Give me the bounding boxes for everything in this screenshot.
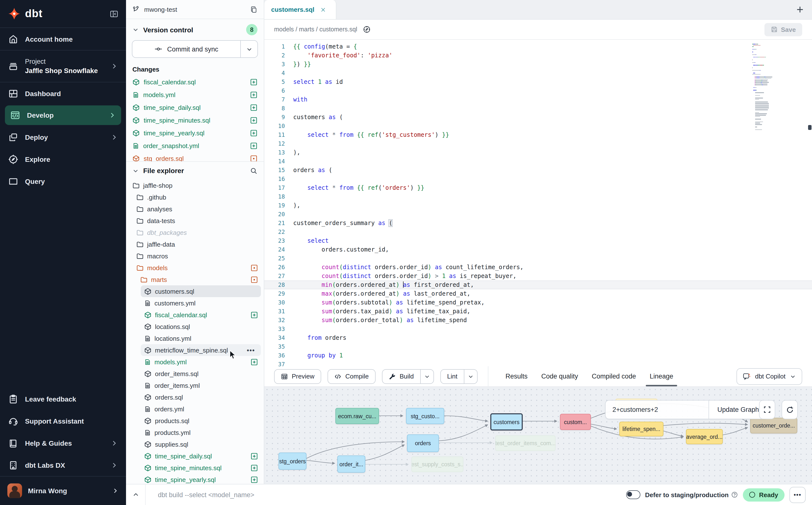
tree-item-models-yml[interactable]: models.yml	[126, 356, 264, 368]
lineage-node-test_supply[interactable]: test_supply_costs_s...	[412, 457, 463, 472]
tree-item-marts[interactable]: marts	[126, 274, 264, 285]
minimap[interactable]	[752, 44, 791, 131]
stage-add-icon[interactable]	[250, 117, 258, 124]
refresh-button[interactable]	[782, 400, 798, 419]
close-icon[interactable]	[320, 7, 326, 12]
tree-item-metricflow-time-spine-sql[interactable]: metricflow_time_spine.sql•••	[141, 344, 261, 356]
lineage-node-stg_customers[interactable]: stg_custo...	[406, 408, 444, 424]
sidebar-item-account-home[interactable]: Account home	[0, 28, 126, 50]
stage-add-icon[interactable]	[250, 78, 258, 86]
tree-item-order-items-sql[interactable]: order_items.sql	[126, 368, 264, 379]
tree-item-jaffle-data[interactable]: jaffle-data	[126, 238, 264, 250]
stage-add-icon[interactable]	[251, 452, 258, 460]
fullscreen-button[interactable]	[759, 400, 775, 419]
lineage-graph[interactable]: count_lifetim...ecom.raw_cu...stg_custo.…	[264, 387, 812, 485]
stage-add-icon[interactable]	[250, 142, 258, 149]
sidebar-item-leave-feedback[interactable]: Leave feedback	[0, 388, 126, 410]
lineage-node-order_items[interactable]: order_it...	[337, 456, 365, 473]
tree-item-models[interactable]: models	[126, 262, 264, 274]
more-options-button[interactable]: •••	[789, 487, 806, 503]
tree-item-dbt-packages[interactable]: dbt_packages	[126, 226, 264, 238]
lineage-node-test_order[interactable]: test_order_items_com...	[495, 436, 555, 451]
lineage-node-orders[interactable]: orders	[407, 435, 439, 452]
tree-item-customers-sql[interactable]: customers.sql	[141, 285, 261, 297]
file-explorer-header[interactable]: File explorer	[126, 162, 264, 177]
code-editor[interactable]: 1{{ config(meta = {2 'favorite_food': 'p…	[264, 40, 812, 366]
new-tab-icon[interactable]	[796, 5, 804, 14]
tree-item-orders-yml[interactable]: orders.yml	[126, 403, 264, 415]
help-circle-icon[interactable]	[731, 491, 738, 498]
lineage-node-custom_pink[interactable]: custom...	[560, 414, 591, 430]
preview-button[interactable]: Preview	[274, 369, 321, 384]
tree-item-data-tests[interactable]: data-tests	[126, 215, 264, 226]
tree-item-analyses[interactable]: analyses	[126, 203, 264, 215]
save-button[interactable]: Save	[764, 23, 802, 36]
tab-compiled-code[interactable]: Compiled code	[592, 366, 636, 386]
tree-item-products-sql[interactable]: products.sql	[126, 415, 264, 427]
stage-add-icon[interactable]	[251, 358, 258, 365]
lineage-node-customer_orders[interactable]: customer_orde...	[750, 418, 797, 434]
tree-item-macros[interactable]: macros	[126, 250, 264, 262]
build-options-chevron[interactable]	[420, 369, 434, 383]
lint-button[interactable]: Lint	[440, 369, 478, 384]
lineage-node-lifetime[interactable]: lifetime_spen...	[619, 422, 663, 436]
changed-file-stg_orders.sql[interactable]: stg_orders.sql	[126, 152, 264, 162]
tree-item-products-yml[interactable]: products.yml	[126, 427, 264, 438]
compile-button[interactable]: Compile	[328, 369, 375, 384]
sidebar-item-query[interactable]: Query	[0, 170, 126, 192]
changed-file-fiscal_calendar.sql[interactable]: fiscal_calendar.sql	[126, 75, 264, 88]
sidebar-item-help-guides[interactable]: Help & Guides	[0, 432, 126, 454]
version-control-header[interactable]: Version control 8	[126, 19, 264, 38]
commit-options-chevron[interactable]	[240, 41, 258, 57]
changed-file-time_spine_yearly.sql[interactable]: time_spine_yearly.sql	[126, 127, 264, 139]
lineage-selector-input[interactable]: 2+customers+2	[606, 400, 708, 419]
tree-item-jaffle-shop[interactable]: jaffle-shop	[126, 179, 264, 191]
command-input[interactable]: dbt build --select <model_name>	[146, 491, 626, 498]
tree-item-orders-sql[interactable]: orders.sql	[126, 391, 264, 403]
search-icon[interactable]	[250, 167, 258, 174]
tree-item--github[interactable]: .github	[126, 191, 264, 203]
build-button[interactable]: Build	[382, 369, 434, 384]
sidebar-item-develop[interactable]: Develop	[5, 106, 121, 125]
collapse-terminal-button[interactable]	[126, 484, 146, 505]
tab-results[interactable]: Results	[506, 366, 528, 386]
copy-icon[interactable]	[250, 6, 258, 13]
user-menu[interactable]: Mirna Wong	[0, 476, 126, 505]
defer-toggle[interactable]	[626, 490, 640, 499]
tab-code-quality[interactable]: Code quality	[541, 366, 578, 386]
git-branch-row[interactable]: mwong-test	[126, 0, 264, 19]
stage-add-icon[interactable]	[250, 129, 258, 137]
stage-add-icon[interactable]	[250, 104, 258, 111]
tab-lineage[interactable]: Lineage	[650, 366, 673, 386]
tab-customers-sql[interactable]: customers.sql	[264, 0, 336, 19]
lint-options-chevron[interactable]	[464, 369, 477, 383]
sidebar-item-dashboard[interactable]: Dashboard	[0, 82, 126, 105]
stage-add-icon[interactable]	[251, 464, 258, 471]
lineage-node-ecom[interactable]: ecom.raw_cu...	[335, 408, 379, 424]
modified-icon[interactable]	[250, 155, 258, 162]
tree-item-supplies-sql[interactable]: supplies.sql	[126, 438, 264, 450]
sidebar-item-support-assistant[interactable]: Support Assistant	[0, 410, 126, 432]
tree-item-time-spine-yearly-sql[interactable]: time_spine_yearly.sql	[126, 474, 264, 484]
ide-status-badge[interactable]: Ready	[743, 488, 785, 501]
dbt-copilot-button[interactable]: dbt Copilot	[737, 368, 802, 385]
sidebar-item-project[interactable]: ProjectJaffle Shop Snowflake	[0, 50, 126, 82]
lineage-node-average[interactable]: average_ord...	[686, 429, 723, 444]
row-menu-icon[interactable]: •••	[247, 346, 255, 354]
stage-add-icon[interactable]	[251, 476, 258, 483]
editor-scrollbar[interactable]	[808, 125, 812, 130]
changed-file-order_snapshot.yml[interactable]: order_snapshot.yml	[126, 139, 264, 152]
sidebar-item-explore[interactable]: Explore	[0, 148, 126, 170]
lineage-node-stg_orders[interactable]: stg_orders	[279, 453, 306, 470]
tree-item-fiscal-calendar-sql[interactable]: fiscal_calendar.sql	[126, 309, 264, 321]
sidebar-item-deploy[interactable]: Deploy	[0, 126, 126, 148]
changed-file-time_spine_daily.sql[interactable]: time_spine_daily.sql	[126, 101, 264, 114]
sidebar-collapse-icon[interactable]	[110, 10, 118, 18]
stage-add-icon[interactable]	[250, 91, 258, 98]
tree-item-locations-sql[interactable]: locations.sql	[126, 321, 264, 332]
tree-item-time-spine-minutes-sql[interactable]: time_spine_minutes.sql	[126, 462, 264, 474]
sidebar-item-dbt-labs-dx[interactable]: dbt Labs DX	[0, 454, 126, 476]
tree-item-time-spine-daily-sql[interactable]: time_spine_daily.sql	[126, 450, 264, 462]
stage-add-icon[interactable]	[251, 311, 258, 318]
changed-file-time_spine_minutes.sql[interactable]: time_spine_minutes.sql	[126, 114, 264, 127]
